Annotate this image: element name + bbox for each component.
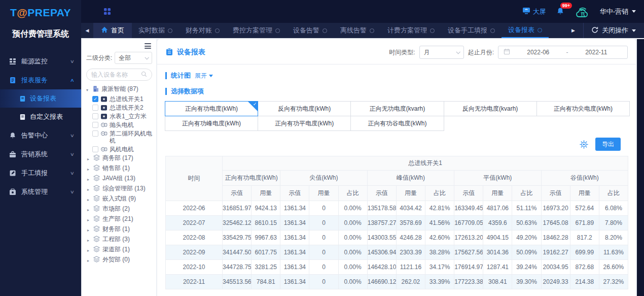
- table-cell: 2022-07: [166, 216, 223, 231]
- apps-grid-icon[interactable]: [103, 8, 111, 15]
- tab-close-icon[interactable]: [215, 28, 220, 33]
- tab-1[interactable]: 财务对账: [179, 23, 226, 38]
- tree-collapse-icon[interactable]: ▸: [87, 257, 91, 265]
- collapse-panel-icon[interactable]: [145, 43, 151, 49]
- tab-close-icon[interactable]: [538, 28, 542, 32]
- table-settings-gear-icon[interactable]: [580, 140, 588, 149]
- sidebar-subitem-label: 自定义报表: [30, 112, 63, 121]
- tree-collapse-icon[interactable]: ▸: [87, 166, 91, 173]
- device-checkbox[interactable]: [92, 105, 98, 111]
- tab-2[interactable]: 费控方案管理: [226, 23, 287, 38]
- tree-dept-10[interactable]: ▸外贸部 (0): [87, 256, 152, 265]
- tree-collapse-icon[interactable]: ▸: [87, 156, 91, 163]
- tree-collapse-icon[interactable]: ▸: [87, 237, 91, 244]
- export-button[interactable]: 导出: [595, 138, 621, 151]
- tab-close-icon[interactable]: [323, 28, 327, 33]
- sidebar-subitem-1-0[interactable]: 设备报表: [0, 89, 81, 108]
- tree-device-3[interactable]: 抛头电机: [92, 121, 152, 128]
- tree-dept-5[interactable]: ▸市场部 (2): [87, 205, 152, 214]
- tree-collapse-icon[interactable]: ▸: [87, 176, 91, 183]
- data-item-btn-5[interactable]: 正向有功峰电度(kWh): [165, 116, 258, 131]
- data-item-btn-4[interactable]: 正向有功尖电度(kWh): [536, 101, 630, 116]
- tree-collapse-icon[interactable]: ▸: [87, 196, 91, 204]
- data-item-btn-6[interactable]: 正向有功平电度(kWh): [258, 116, 351, 131]
- month-range-picker[interactable]: 2022-06 - 2022-11: [498, 46, 628, 59]
- tree-device-4[interactable]: 第二循环风机电机: [92, 130, 152, 144]
- motor-icon: [100, 146, 108, 153]
- tab-4[interactable]: 离线告警: [334, 23, 381, 38]
- sidebar-item-2[interactable]: 告警中心∨: [0, 126, 81, 145]
- tree-dept-2[interactable]: ▸JAVA组 (13): [87, 175, 152, 183]
- device-checkbox[interactable]: [92, 122, 98, 128]
- device-checkbox[interactable]: [92, 113, 98, 119]
- tree-device-1[interactable]: 总进线开关2: [92, 104, 152, 111]
- table-header-row: 时间总进线开关1: [166, 156, 628, 171]
- device-checkbox[interactable]: [92, 130, 98, 137]
- table-cell: 671.89: [570, 216, 599, 231]
- device-search-input[interactable]: 输入设备名称: [86, 69, 152, 81]
- department-label: 外贸部 (0): [102, 256, 152, 263]
- tree-dept-8[interactable]: ▸工程部 (3): [87, 236, 152, 244]
- table-cell: 0.00%: [338, 275, 367, 289]
- tab-close-icon[interactable]: [168, 28, 172, 33]
- tab-close-icon[interactable]: [430, 28, 435, 33]
- tree-dept-0[interactable]: ▸商务部 (17): [87, 154, 152, 163]
- tab-6[interactable]: 设备手工填报: [441, 23, 502, 38]
- tab-5[interactable]: 计费方案管理: [381, 23, 441, 38]
- data-item-btn-2[interactable]: 正向无功电度(kvarh): [350, 101, 444, 116]
- data-item-btn-0[interactable]: 正向有功电度(kWh)✓: [165, 101, 258, 116]
- data-item-btn-1[interactable]: 反向有功电度(kWh): [258, 101, 351, 116]
- tab-home[interactable]: 首页: [93, 23, 132, 38]
- close-operations-button[interactable]: 关闭操作: [583, 23, 644, 38]
- device-checkbox[interactable]: [92, 146, 98, 152]
- sidebar-item-5[interactable]: 系统管理∨: [0, 182, 81, 201]
- tabs-scroll-left-icon[interactable]: ◀: [81, 23, 93, 38]
- notification-bell-icon[interactable]: 99+: [556, 7, 564, 16]
- category-select[interactable]: 全部: [115, 52, 152, 64]
- sidebar-item-4[interactable]: 手工填报∨: [0, 163, 81, 182]
- tree-collapse-icon[interactable]: ▸: [87, 207, 91, 214]
- tree-device-0[interactable]: ✓总进线开关1: [92, 95, 152, 103]
- chart-expand-toggle[interactable]: 展开: [195, 72, 213, 80]
- tree-device-5[interactable]: 风机电机: [92, 146, 152, 153]
- sidebar-subitem-1-1[interactable]: 自定义报表: [0, 108, 81, 126]
- tab-close-icon[interactable]: [275, 28, 280, 33]
- device-checkbox[interactable]: ✓: [92, 96, 98, 102]
- tree-collapse-icon[interactable]: ▸: [87, 227, 91, 234]
- tree-expand-icon[interactable]: ▾: [86, 87, 90, 94]
- sidebar-item-3[interactable]: 营销系统∨: [0, 145, 81, 163]
- tab-strip: 实时数据财务对账费控方案管理设备告警离线告警计费方案管理设备手工填报设备报表: [132, 23, 549, 38]
- table-cell: 817.2: [570, 231, 599, 245]
- tree-dept-9[interactable]: ▸渠道部 (1): [87, 246, 152, 254]
- sidebar-item-0[interactable]: 能源监控∨: [0, 52, 81, 71]
- table-cell: 176914.97: [454, 260, 483, 275]
- table-cell: 2022-08: [166, 231, 223, 245]
- table-cell: 0: [309, 231, 338, 245]
- tree-dept-3[interactable]: ▸综合管理部 (13): [87, 185, 152, 193]
- time-type-select[interactable]: 月: [419, 46, 464, 59]
- tab-close-icon[interactable]: [490, 28, 495, 33]
- tree-dept-4[interactable]: ▸嵌入式组 (9): [87, 195, 152, 204]
- sidebar-item-1[interactable]: 报表服务∧: [0, 71, 81, 89]
- data-item-btn-7[interactable]: 正向有功谷电度(kWh): [350, 116, 444, 131]
- tree-root[interactable]: ▾康派智能 (87): [86, 85, 152, 94]
- tree-collapse-icon[interactable]: ▸: [87, 217, 91, 224]
- department-label: 生产部 (21): [102, 215, 152, 222]
- tab-0[interactable]: 实时数据: [132, 23, 179, 38]
- tree-dept-7[interactable]: ▸财务部 (1): [87, 225, 152, 234]
- tab-3[interactable]: 设备告警: [287, 23, 334, 38]
- cloud-signal-icon[interactable]: [575, 5, 590, 18]
- user-menu[interactable]: 华中-营销: [600, 7, 636, 16]
- page-title: 设备报表: [165, 48, 205, 57]
- data-item-btn-3[interactable]: 反向无功电度(kvarh): [444, 101, 537, 116]
- tab-7[interactable]: 设备报表: [502, 23, 549, 38]
- tab-close-icon[interactable]: [370, 28, 374, 33]
- big-screen-button[interactable]: 大屏: [522, 7, 546, 16]
- tree-dept-1[interactable]: ▸销售部 (1): [87, 165, 152, 173]
- tree-dept-6[interactable]: ▸生产部 (21): [87, 215, 152, 224]
- table-cell: 167709.05: [454, 216, 483, 231]
- tree-collapse-icon[interactable]: ▸: [87, 247, 91, 254]
- tabs-scroll-right-icon[interactable]: ▶: [563, 23, 583, 38]
- tree-device-2[interactable]: 水表1_立方米: [92, 113, 152, 120]
- tree-collapse-icon[interactable]: ▸: [87, 186, 91, 193]
